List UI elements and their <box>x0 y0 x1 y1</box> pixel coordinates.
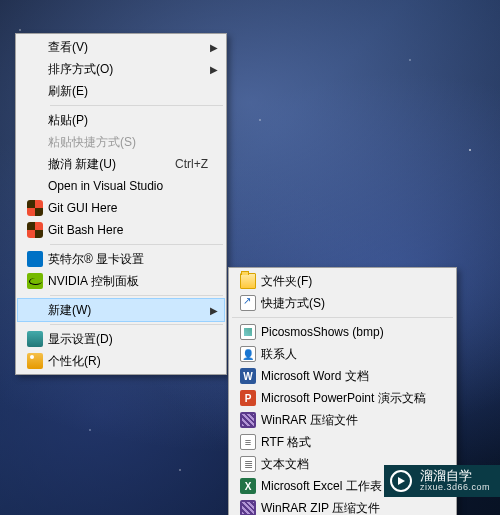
context-menu-item-label: 显示设置(D) <box>48 331 208 348</box>
context-menu-item-label: 排序方式(O) <box>48 61 208 78</box>
context-menu-separator <box>50 324 223 325</box>
context-menu-item-label: Git Bash Here <box>48 223 208 237</box>
git-icon <box>22 200 48 216</box>
context-menu-item[interactable]: 排序方式(O)▶ <box>18 58 224 80</box>
context-menu-item[interactable]: Git GUI Here <box>18 197 224 219</box>
new-submenu-item[interactable]: 快捷方式(S) <box>231 292 454 314</box>
context-menu-separator <box>50 244 223 245</box>
context-menu-item[interactable]: 显示设置(D) <box>18 328 224 350</box>
submenu-arrow-icon: ▶ <box>208 64 218 75</box>
context-menu-separator <box>50 105 223 106</box>
display-icon <box>22 331 48 347</box>
desktop-context-menu: 查看(V)▶排序方式(O)▶刷新(E)粘贴(P)粘贴快捷方式(S)撤消 新建(U… <box>15 33 227 375</box>
context-menu-item[interactable]: 查看(V)▶ <box>18 36 224 58</box>
new-submenu-item-label: 文件夹(F) <box>261 273 438 290</box>
new-submenu-item-label: RTF 格式 <box>261 434 438 451</box>
new-submenu-item[interactable]: PMicrosoft PowerPoint 演示文稿 <box>231 387 454 409</box>
intel-icon <box>22 251 48 267</box>
word-icon: W <box>235 368 261 384</box>
context-menu-item-label: 英特尔® 显卡设置 <box>48 251 208 268</box>
context-menu-item: 粘贴快捷方式(S) <box>18 131 224 153</box>
context-menu-item-label: 粘贴(P) <box>48 112 208 129</box>
context-menu-item-label: 刷新(E) <box>48 83 208 100</box>
new-submenu-item[interactable]: PicosmosShows (bmp) <box>231 321 454 343</box>
context-menu-item-label: 查看(V) <box>48 39 208 56</box>
context-menu-item[interactable]: 新建(W)▶ <box>18 299 224 321</box>
context-menu-item-label: 撤消 新建(U) <box>48 156 165 173</box>
new-submenu-item[interactable]: WinRAR 压缩文件 <box>231 409 454 431</box>
rar-icon <box>235 500 261 515</box>
nvidia-icon <box>22 273 48 289</box>
new-submenu-item-label: WinRAR ZIP 压缩文件 <box>261 500 438 516</box>
watermark-badge: 溜溜自学 zixue.3d66.com <box>384 465 500 497</box>
new-submenu-item[interactable]: WinRAR ZIP 压缩文件 <box>231 497 454 515</box>
txt-icon <box>235 456 261 472</box>
context-menu-item-label: 粘贴快捷方式(S) <box>48 134 208 151</box>
excel-icon: X <box>235 478 261 494</box>
new-submenu-item-label: 联系人 <box>261 346 438 363</box>
context-menu-item[interactable]: 刷新(E) <box>18 80 224 102</box>
new-submenu-item-label: PicosmosShows (bmp) <box>261 325 438 339</box>
rtf-icon <box>235 434 261 450</box>
personal-icon <box>22 353 48 369</box>
new-submenu-item-label: WinRAR 压缩文件 <box>261 412 438 429</box>
context-menu-item[interactable]: 粘贴(P) <box>18 109 224 131</box>
new-submenu-item-label: Microsoft Word 文档 <box>261 368 438 385</box>
new-submenu-item-label: 快捷方式(S) <box>261 295 438 312</box>
folder-icon <box>235 273 261 289</box>
context-menu-item-label: Git GUI Here <box>48 201 208 215</box>
context-menu-item[interactable]: Open in Visual Studio <box>18 175 224 197</box>
new-submenu-separator <box>232 317 453 318</box>
submenu-arrow-icon: ▶ <box>208 42 218 53</box>
submenu-arrow-icon: ▶ <box>208 305 218 316</box>
new-submenu-item[interactable]: 联系人 <box>231 343 454 365</box>
play-icon <box>390 470 412 492</box>
contact-icon <box>235 346 261 362</box>
new-submenu-item[interactable]: 文件夹(F) <box>231 270 454 292</box>
menu-shortcut: Ctrl+Z <box>175 157 208 171</box>
rar-icon <box>235 412 261 428</box>
context-menu-item[interactable]: NVIDIA 控制面板 <box>18 270 224 292</box>
git-icon <box>22 222 48 238</box>
watermark-title: 溜溜自学 <box>420 469 490 483</box>
ppt-icon: P <box>235 390 261 406</box>
context-menu-separator <box>50 295 223 296</box>
context-menu-item[interactable]: 撤消 新建(U)Ctrl+Z <box>18 153 224 175</box>
new-submenu-item-label: Microsoft PowerPoint 演示文稿 <box>261 390 438 407</box>
context-menu-item-label: Open in Visual Studio <box>48 179 208 193</box>
new-submenu-item[interactable]: WMicrosoft Word 文档 <box>231 365 454 387</box>
context-menu-item-label: NVIDIA 控制面板 <box>48 273 208 290</box>
shortcut-icon <box>235 295 261 311</box>
context-menu-item[interactable]: 个性化(R) <box>18 350 224 372</box>
context-menu-item-label: 个性化(R) <box>48 353 208 370</box>
context-menu-item[interactable]: Git Bash Here <box>18 219 224 241</box>
context-menu-item[interactable]: 英特尔® 显卡设置 <box>18 248 224 270</box>
bmp-icon <box>235 324 261 340</box>
new-submenu-item[interactable]: RTF 格式 <box>231 431 454 453</box>
watermark-subtitle: zixue.3d66.com <box>420 483 490 492</box>
context-menu-item-label: 新建(W) <box>48 302 208 319</box>
